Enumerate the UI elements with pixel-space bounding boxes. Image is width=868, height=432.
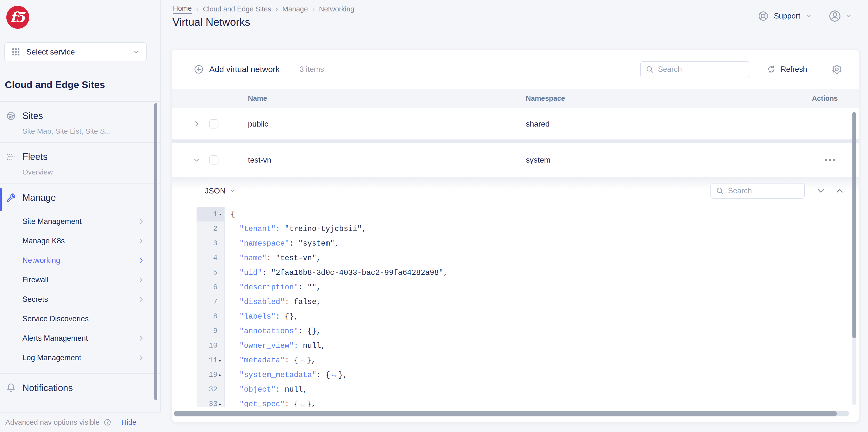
line-number: 2 bbox=[213, 225, 217, 233]
json-line: 11▸"metadata": {↔}, bbox=[172, 353, 859, 367]
line-gutter: 1▾ bbox=[196, 207, 225, 222]
chevron-down-icon bbox=[845, 13, 852, 20]
sidebar-item-label: Notifications bbox=[22, 383, 73, 393]
sidebar: f5 Select service Cloud and Edge Sites S… bbox=[0, 0, 161, 432]
json-search bbox=[710, 183, 805, 199]
vertical-scrollbar-thumb[interactable] bbox=[852, 112, 856, 338]
json-line: 7"disabled": false, bbox=[172, 295, 859, 309]
fleet-dots-icon bbox=[6, 152, 16, 162]
chevron-right-icon bbox=[137, 218, 145, 225]
breadcrumb-item[interactable]: Networking bbox=[319, 5, 354, 13]
table-row: test-vnsystem bbox=[172, 143, 859, 177]
code-content: "object": null, bbox=[225, 382, 307, 397]
json-line: 19▸"system_metadata": {↔}, bbox=[172, 367, 859, 382]
json-search-input[interactable] bbox=[728, 187, 799, 195]
lifebuoy-icon bbox=[758, 10, 769, 22]
sidebar-item-alerts-management[interactable]: Alerts Management bbox=[0, 329, 160, 348]
breadcrumb-separator-icon: › bbox=[276, 5, 278, 13]
vertical-scrollbar bbox=[852, 112, 856, 405]
sidebar-subitem-label: Networking bbox=[22, 256, 60, 265]
fold-closed-icon[interactable]: ▸ bbox=[217, 401, 223, 407]
sidebar-item-site-management[interactable]: Site Management bbox=[0, 212, 160, 231]
chevron-right-icon bbox=[137, 237, 145, 244]
fold-closed-icon[interactable]: ▸ bbox=[217, 372, 223, 378]
sidebar-scrollbar[interactable] bbox=[154, 103, 157, 400]
cell-name: test-vn bbox=[248, 156, 271, 165]
format-dropdown[interactable]: JSON bbox=[205, 187, 236, 195]
line-number: 1 bbox=[213, 210, 217, 218]
line-number: 9 bbox=[213, 327, 217, 335]
row-actions-button[interactable] bbox=[825, 159, 835, 161]
fold-open-icon[interactable]: ▾ bbox=[217, 211, 223, 217]
json-line: 4"name": "test-vn", bbox=[172, 251, 859, 265]
format-label: JSON bbox=[205, 187, 225, 195]
refresh-button[interactable]: Refresh bbox=[767, 65, 807, 74]
row-checkbox[interactable] bbox=[209, 119, 218, 129]
sidebar-item-fleets[interactable]: Fleets Overview bbox=[0, 143, 160, 184]
line-gutter: 6 bbox=[196, 280, 225, 295]
sidebar-item-networking[interactable]: Networking bbox=[0, 251, 160, 270]
sidebar-item-notifications[interactable]: Notifications bbox=[0, 374, 160, 402]
json-line: 3"namespace": "system", bbox=[172, 236, 859, 251]
select-service-label: Select service bbox=[26, 47, 127, 57]
line-gutter: 8 bbox=[196, 309, 225, 324]
breadcrumb-separator-icon: › bbox=[196, 5, 198, 13]
expand-row-icon[interactable] bbox=[193, 120, 200, 128]
find-next-button[interactable] bbox=[816, 187, 825, 195]
column-header-namespace: Namespace bbox=[526, 89, 565, 108]
code-content: "metadata": {↔}, bbox=[225, 353, 316, 367]
breadcrumb-item[interactable]: Manage bbox=[282, 5, 308, 13]
line-gutter: 9 bbox=[196, 324, 225, 338]
line-gutter: 5 bbox=[196, 265, 225, 280]
sidebar-item-manage-k8s[interactable]: Manage K8s bbox=[0, 231, 160, 251]
json-line: 8"labels": {}, bbox=[172, 309, 859, 324]
f5-logo[interactable]: f5 bbox=[6, 6, 29, 29]
row-checkbox[interactable] bbox=[209, 155, 218, 165]
row-divider bbox=[172, 139, 859, 143]
table-search-input[interactable] bbox=[658, 65, 744, 74]
sidebar-item-firewall[interactable]: Firewall bbox=[0, 270, 160, 290]
sidebar-item-sublabel: Overview bbox=[22, 168, 160, 176]
line-gutter: 10 bbox=[196, 338, 225, 353]
column-header-actions: Actions bbox=[812, 89, 838, 108]
line-number: 33 bbox=[209, 400, 217, 407]
horizontal-scrollbar bbox=[174, 411, 849, 417]
line-number: 11 bbox=[209, 356, 217, 364]
sidebar-item-log-management[interactable]: Log Management bbox=[0, 348, 160, 367]
advanced-nav-text: Advanced nav options visible bbox=[5, 418, 100, 426]
cell-name: public bbox=[248, 120, 269, 129]
collapse-row-icon[interactable] bbox=[193, 156, 200, 164]
gear-icon[interactable] bbox=[832, 64, 842, 75]
json-line: 1▾{ bbox=[172, 207, 859, 222]
json-line: 2"tenant": "treino-tyjcbsii", bbox=[172, 222, 859, 236]
line-gutter: 19▸ bbox=[196, 367, 225, 382]
sidebar-nav: Sites Site Map, Site List, Site S... Fle… bbox=[0, 101, 160, 412]
line-number: 3 bbox=[213, 239, 217, 247]
breadcrumb-item[interactable]: Cloud and Edge Sites bbox=[203, 5, 271, 13]
manage-subnav: Site ManagementManage K8sNetworkingFirew… bbox=[0, 212, 160, 367]
line-number: 5 bbox=[213, 268, 217, 277]
find-previous-button[interactable] bbox=[835, 187, 844, 195]
sidebar-item-sites[interactable]: Sites Site Map, Site List, Site S... bbox=[0, 102, 160, 143]
code-content: "namespace": "system", bbox=[225, 236, 339, 251]
f5-logo-text: f5 bbox=[10, 9, 25, 26]
sidebar-item-manage[interactable]: Manage Site ManagementManage K8sNetworki… bbox=[0, 184, 160, 374]
table-toolbar: Add virtual network 3 items Refresh bbox=[172, 50, 859, 89]
fold-closed-icon[interactable]: ▸ bbox=[217, 357, 223, 363]
avatar-icon bbox=[828, 9, 842, 23]
select-service-dropdown[interactable]: Select service bbox=[4, 42, 147, 61]
wrench-icon bbox=[6, 193, 16, 202]
breadcrumb-item[interactable]: Home bbox=[173, 4, 192, 14]
help-icon[interactable] bbox=[103, 419, 111, 426]
sidebar-item-secrets[interactable]: Secrets bbox=[0, 290, 160, 309]
grid-icon bbox=[11, 47, 21, 57]
line-number: 32 bbox=[209, 385, 217, 394]
breadcrumb: Home›Cloud and Edge Sites›Manage›Network… bbox=[173, 4, 354, 14]
support-menu[interactable]: Support bbox=[758, 10, 812, 22]
sidebar-item-service-discoveries[interactable]: Service Discoveries bbox=[0, 309, 160, 329]
horizontal-scrollbar-thumb[interactable] bbox=[174, 411, 837, 417]
hide-link[interactable]: Hide bbox=[121, 418, 136, 426]
add-virtual-network-button[interactable]: Add virtual network bbox=[194, 64, 280, 74]
account-menu[interactable] bbox=[828, 9, 852, 23]
line-number: 19 bbox=[209, 371, 217, 379]
